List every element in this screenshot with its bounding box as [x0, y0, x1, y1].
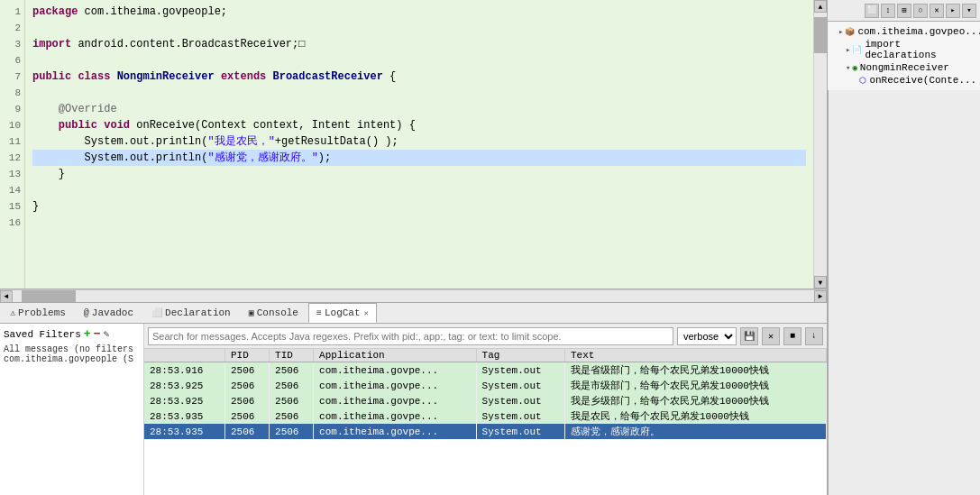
code-content[interactable]: package com.itheima.govpeople; import an… — [25, 0, 813, 289]
bottom-panel-inner: Saved Filters + − ✎ All messages (no fil… — [0, 324, 827, 495]
expand-icon: ▸ — [846, 45, 850, 55]
log-tid: 2506 — [270, 393, 314, 408]
tab-logcat-close[interactable]: ✕ — [364, 308, 369, 318]
log-text: 我是农民，给每个农民兄弟发10000快钱 — [564, 408, 826, 424]
log-text: 我是乡级部门，给每个农民兄弟发10000快钱 — [564, 393, 826, 408]
add-filter-button[interactable]: + — [84, 327, 91, 341]
tab-console[interactable]: ▣ Console — [241, 303, 307, 323]
tab-problems[interactable]: ⚠ Problems — [2, 303, 74, 323]
tree-item-onreceive[interactable]: ⬡ onReceive(Conte... — [853, 74, 976, 87]
h-scroll-right[interactable]: ► — [814, 290, 827, 303]
outline-btn-1[interactable]: ⬜ — [865, 4, 879, 18]
log-table-header: PID TID Application Tag Text — [144, 349, 827, 362]
col-text: Text — [564, 349, 826, 362]
code-line — [32, 215, 806, 231]
method-icon: ⬡ — [859, 76, 866, 86]
tree-item-import[interactable]: ▸ 📄 import declarations — [846, 38, 976, 61]
log-pid: 2506 — [225, 424, 270, 439]
right-top-bar: ⬜ ↕ ⊞ ○ ✕ ▸ ▾ — [828, 0, 980, 22]
code-line — [32, 52, 806, 69]
outline-collapse-btn[interactable]: ▸ — [946, 4, 960, 18]
log-tid: 2506 — [270, 362, 314, 379]
outline-btn-3[interactable]: ⊞ — [897, 4, 911, 18]
h-scroll-left[interactable]: ◄ — [0, 290, 13, 303]
log-row[interactable]: 28:53.925 2506 2506 com.itheima.govpe...… — [144, 378, 827, 393]
tree-label-onreceive: onReceive(Conte... — [869, 75, 976, 86]
saved-filters-title: Saved Filters — [4, 329, 81, 340]
log-text: 我是市级部门，给每个农民兄弟发10000快钱 — [564, 378, 826, 393]
saved-filters-content: All messages (no filters com.itheima.gov… — [4, 344, 140, 364]
logcat-main: verbose debug info warn error 💾 ✕ ■ ↓ — [144, 324, 827, 495]
horizontal-scrollbar[interactable]: ◄ ► — [0, 289, 827, 302]
log-pid: 2506 — [225, 362, 270, 379]
code-line: public void onReceive(Context context, I… — [32, 117, 806, 133]
outline-btn-5[interactable]: ✕ — [930, 4, 944, 18]
code-line — [32, 20, 806, 36]
log-app: com.itheima.govpe... — [314, 408, 477, 424]
verbose-select[interactable]: verbose debug info warn error — [677, 327, 737, 345]
clear-logcat-button[interactable]: ✕ — [762, 327, 780, 345]
filter-item-app[interactable]: com.itheima.govpeople (S — [4, 354, 140, 364]
bottom-tabs-bar: ⚠ Problems @ Javadoc ⬜ Declaration ▣ Con… — [0, 302, 827, 324]
log-row[interactable]: 28:53.916 2506 2506 com.itheima.govpe...… — [144, 362, 827, 379]
log-row[interactable]: 28:53.925 2506 2506 com.itheima.govpe...… — [144, 393, 827, 408]
log-app: com.itheima.govpe... — [314, 362, 477, 379]
log-app: com.itheima.govpe... — [314, 393, 477, 408]
expand-icon: ▸ — [838, 27, 843, 37]
code-scrollbar[interactable]: ▲ ▼ — [813, 0, 827, 289]
code-line — [32, 85, 806, 101]
h-scroll-thumb[interactable] — [22, 290, 76, 302]
code-line: } — [32, 198, 806, 215]
scroll-up-arrow[interactable]: ▲ — [814, 0, 827, 13]
code-line-highlighted: System.out.println("感谢党，感谢政府。"); — [32, 150, 806, 166]
code-editor: 1 2 3 6 7 8 9 10 11 12 13 14 15 16 packa… — [0, 0, 827, 289]
edit-filter-button[interactable]: ✎ — [103, 328, 109, 340]
col-time — [144, 349, 225, 362]
tab-logcat[interactable]: ≡ LogCat ✕ — [308, 303, 377, 323]
stop-logcat-button[interactable]: ■ — [783, 327, 801, 345]
col-pid: PID — [225, 349, 270, 362]
log-time: 28:53.925 — [144, 378, 225, 393]
col-tid: TID — [270, 349, 314, 362]
filter-item-all[interactable]: All messages (no filters — [4, 344, 140, 354]
tab-javadoc[interactable]: @ Javadoc — [76, 303, 142, 323]
tab-declaration[interactable]: ⬜ Declaration — [143, 303, 239, 323]
h-scroll-track[interactable] — [13, 290, 814, 302]
tab-declaration-label: Declaration — [165, 307, 231, 318]
log-tag: System.out — [476, 424, 564, 439]
tree-label-com-itheima: com.itheima.govpeo... — [857, 26, 980, 37]
right-panel: ⬜ ↕ ⊞ ○ ✕ ▸ ▾ ▸ 📦 com.itheima.govpeo... … — [827, 0, 980, 495]
logcat-search-input[interactable] — [148, 327, 673, 345]
log-pid: 2506 — [225, 393, 270, 408]
save-logcat-button[interactable]: 💾 — [740, 327, 758, 345]
outline-btn-2[interactable]: ↕ — [881, 4, 895, 18]
scroll-track[interactable] — [814, 13, 827, 276]
logcat-icon: ≡ — [316, 308, 322, 318]
scroll-down-arrow[interactable]: ▼ — [814, 276, 827, 289]
log-pid: 2506 — [225, 408, 270, 424]
logcat-toolbar: verbose debug info warn error 💾 ✕ ■ ↓ — [144, 324, 827, 349]
tree-item-nongmin[interactable]: ▾ ◉ NongminReceiver — [846, 61, 976, 74]
log-row[interactable]: 28:53.935 2506 2506 com.itheima.govpe...… — [144, 408, 827, 424]
outline-btn-4[interactable]: ○ — [913, 4, 928, 18]
remove-filter-button[interactable]: − — [94, 327, 101, 341]
problems-icon: ⚠ — [10, 307, 15, 318]
tree-item-com-itheima[interactable]: ▸ 📦 com.itheima.govpeo... — [838, 25, 976, 38]
log-tag: System.out — [476, 362, 564, 379]
tab-logcat-label: LogCat — [325, 307, 361, 318]
scroll-logcat-button[interactable]: ↓ — [805, 327, 823, 345]
tab-problems-label: Problems — [18, 307, 66, 318]
tab-javadoc-label: Javadoc — [92, 307, 133, 318]
saved-filters-header: Saved Filters + − ✎ — [4, 327, 140, 341]
bottom-panel: Saved Filters + − ✎ All messages (no fil… — [0, 324, 827, 495]
code-line: public class NongminReceiver extends Bro… — [32, 69, 806, 85]
log-row-selected[interactable]: 28:53.935 2506 2506 com.itheima.govpe...… — [144, 424, 827, 439]
log-tag: System.out — [476, 408, 564, 424]
scroll-thumb[interactable] — [814, 17, 827, 53]
col-application: Application — [314, 349, 477, 362]
log-app: com.itheima.govpe... — [314, 378, 477, 393]
declaration-icon: ⬜ — [151, 307, 162, 318]
outline-expand-btn[interactable]: ▾ — [962, 4, 976, 18]
code-line: @Override — [32, 101, 806, 117]
log-app: com.itheima.govpe... — [314, 424, 477, 439]
